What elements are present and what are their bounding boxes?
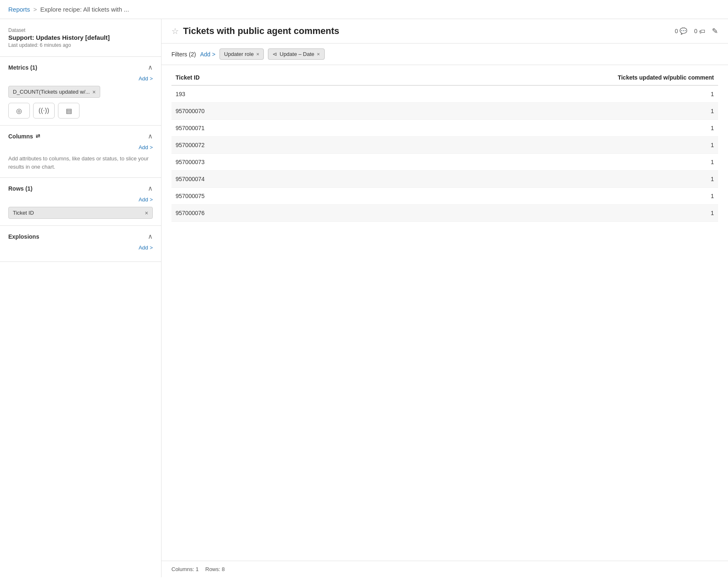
columns-add-link[interactable]: Add > [8, 144, 153, 150]
report-title-area: ☆ Tickets with public agent comments [171, 26, 339, 36]
content-area: ☆ Tickets with public agent comments 0 💬… [162, 19, 728, 577]
table-header: Ticket ID Tickets updated w/public comme… [171, 69, 718, 85]
columns-hint: Add attributes to columns, like dates or… [8, 155, 153, 171]
table-cell-count: 1 [315, 137, 718, 154]
explosions-section: Explosions ∧ Add > [0, 226, 161, 262]
footer-columns: Columns: 1 [171, 566, 199, 572]
table-row: 9570000731 [171, 154, 718, 171]
table-cell-count: 1 [315, 103, 718, 120]
table-cell-ticket-id: 957000071 [171, 120, 315, 137]
rows-add-link[interactable]: Add > [8, 196, 153, 203]
footer-rows: Rows: 8 [205, 566, 225, 572]
col-header-ticket-id: Ticket ID [171, 69, 315, 85]
col-header-tickets-updated: Tickets updated w/public comment [315, 69, 718, 85]
table-cell-ticket-id: 957000074 [171, 171, 315, 188]
dataset-info: Dataset Support: Updates History [defaul… [0, 27, 161, 57]
comments-count-value: 0 [675, 28, 678, 34]
dataset-name: Support: Updates History [default] [8, 34, 153, 41]
table-cell-count: 1 [315, 154, 718, 171]
filter-chip-update-date-remove[interactable]: × [317, 51, 320, 57]
table-cell-count: 1 [315, 188, 718, 205]
metrics-chip-text: D_COUNT(Tickets updated w/... [13, 89, 90, 95]
table-cell-ticket-id: 957000072 [171, 137, 315, 154]
filter-chip-update-date: ⊲ Update – Date × [268, 48, 324, 60]
explosions-title: Explosions [8, 233, 39, 240]
breadcrumb-separator: > [34, 6, 37, 13]
comments-count-badge: 0 💬 [675, 27, 687, 35]
chat-viz-button[interactable]: ▤ [58, 103, 80, 119]
columns-collapse-button[interactable]: ∧ [148, 132, 153, 140]
comments-icon: 💬 [680, 27, 687, 35]
table-row: 9570000761 [171, 205, 718, 222]
rows-chip-remove-button[interactable]: × [145, 210, 148, 216]
content-header: ☆ Tickets with public agent comments 0 💬… [162, 19, 728, 44]
metrics-collapse-button[interactable]: ∧ [148, 63, 153, 71]
tags-icon: 🏷 [699, 28, 705, 35]
metrics-chip-remove-button[interactable]: × [92, 89, 96, 95]
table-footer: Columns: 1 Rows: 8 [162, 561, 728, 577]
dataset-label: Dataset [8, 27, 153, 33]
rows-title: Rows (1) [8, 185, 32, 192]
explosions-add-link[interactable]: Add > [8, 245, 153, 251]
table-row: 9570000751 [171, 188, 718, 205]
filters-add-link[interactable]: Add > [200, 51, 215, 58]
header-actions: 0 💬 0 🏷 ✎ [675, 27, 718, 36]
main-layout: Dataset Support: Updates History [defaul… [0, 19, 728, 577]
table-row: 9570000701 [171, 103, 718, 120]
report-title: Tickets with public agent comments [183, 26, 339, 36]
table-cell-count: 1 [315, 171, 718, 188]
tags-count-value: 0 [694, 28, 697, 34]
table-container: Ticket ID Tickets updated w/public comme… [162, 65, 728, 561]
sidebar: Dataset Support: Updates History [defaul… [0, 19, 162, 577]
table-row: 9570000721 [171, 137, 718, 154]
table-cell-count: 1 [315, 85, 718, 103]
viz-buttons: ◎ ((·)) ▤ [8, 103, 153, 119]
table-row: 9570000741 [171, 171, 718, 188]
filters-bar: Filters (2) Add > Updater role × ⊲ Updat… [162, 44, 728, 65]
table-cell-count: 1 [315, 120, 718, 137]
dataset-updated: Last updated: 6 minutes ago [8, 42, 153, 48]
rows-section: Rows (1) ∧ Add > Ticket ID × [0, 178, 161, 226]
table-cell-ticket-id: 193 [171, 85, 315, 103]
radio-viz-button[interactable]: ((·)) [33, 103, 55, 119]
table-cell-ticket-id: 957000075 [171, 188, 315, 205]
edit-icon[interactable]: ✎ [712, 27, 718, 36]
table-cell-ticket-id: 957000076 [171, 205, 315, 222]
metrics-add-link[interactable]: Add > [8, 75, 153, 82]
filter-chip-updater-role-text: Updater role [224, 51, 254, 57]
results-table: Ticket ID Tickets updated w/public comme… [171, 69, 718, 222]
filter-chip-updater-role-remove[interactable]: × [256, 51, 260, 57]
metrics-section-header: Metrics (1) ∧ [8, 63, 153, 71]
rows-collapse-button[interactable]: ∧ [148, 184, 153, 192]
rows-chip: Ticket ID × [8, 207, 153, 219]
columns-section-header: Columns ⇄ ∧ [8, 132, 153, 140]
explosions-section-header: Explosions ∧ [8, 232, 153, 240]
table-cell-ticket-id: 957000073 [171, 154, 315, 171]
breadcrumb: Reports > Explore recipe: All tickets wi… [0, 0, 728, 19]
table-cell-count: 1 [315, 205, 718, 222]
table-body: 1931957000070195700007119570000721957000… [171, 85, 718, 222]
columns-shuffle-icon: ⇄ [36, 133, 40, 139]
metrics-title: Metrics (1) [8, 64, 37, 71]
breadcrumb-current: Explore recipe: All tickets with ... [40, 6, 129, 13]
explosions-collapse-button[interactable]: ∧ [148, 232, 153, 240]
breadcrumb-reports-link[interactable]: Reports [8, 6, 30, 13]
table-row: 1931 [171, 85, 718, 103]
metrics-chip: D_COUNT(Tickets updated w/... × [8, 86, 100, 98]
columns-section: Columns ⇄ ∧ Add > Add attributes to colu… [0, 126, 161, 178]
table-cell-ticket-id: 957000070 [171, 103, 315, 120]
columns-title: Columns ⇄ [8, 133, 40, 140]
rows-chip-text: Ticket ID [13, 210, 34, 216]
filters-label: Filters (2) [171, 51, 196, 58]
filter-chip-update-date-text: Update – Date [280, 51, 314, 57]
filter-chip-updater-role: Updater role × [219, 48, 264, 60]
tags-count-badge: 0 🏷 [694, 28, 705, 35]
filter-funnel-icon: ⊲ [272, 51, 277, 57]
star-icon[interactable]: ☆ [171, 26, 179, 36]
metrics-section: Metrics (1) ∧ Add > D_COUNT(Tickets upda… [0, 57, 161, 126]
rows-section-header: Rows (1) ∧ [8, 184, 153, 192]
drop-viz-button[interactable]: ◎ [8, 103, 30, 119]
table-row: 9570000711 [171, 120, 718, 137]
